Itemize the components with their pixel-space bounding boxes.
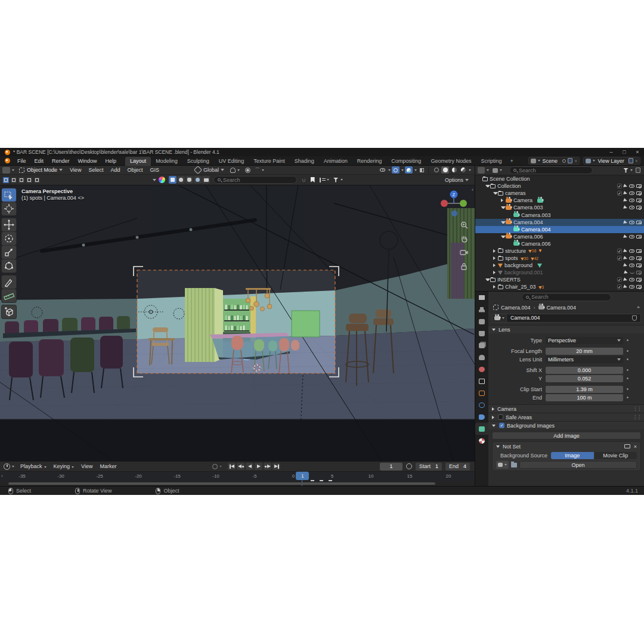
selectable-icon[interactable]: [623, 206, 628, 210]
shading-wireframe-button[interactable]: [432, 166, 440, 174]
minimize-button[interactable]: –: [605, 148, 618, 156]
timeline-scrollbar[interactable]: [8, 482, 435, 485]
next-keyframe-button[interactable]: [264, 463, 271, 470]
selectable-icon[interactable]: [623, 285, 628, 290]
timeline-editor-type-icon[interactable]: [4, 463, 10, 470]
folder-icon[interactable]: [511, 463, 517, 467]
scene-selector[interactable]: Scene ×: [528, 157, 580, 165]
type-field[interactable]: Perspective: [546, 337, 623, 344]
outliner-row[interactable]: background.001: [475, 269, 644, 276]
visibility-checkbox[interactable]: ✓: [617, 249, 622, 253]
monitor-icon[interactable]: [624, 444, 630, 448]
visibility-checkbox[interactable]: ✓: [617, 284, 622, 289]
link-icon[interactable]: ∪: [302, 177, 306, 183]
select-mode-extend[interactable]: [10, 177, 17, 184]
end-field[interactable]: 100 m: [546, 394, 623, 401]
viewport-menu-select[interactable]: Select: [85, 167, 107, 173]
animate-property-dot[interactable]: [627, 350, 628, 352]
hide-eye-closed-icon[interactable]: [630, 271, 634, 274]
pan-hand-icon[interactable]: [459, 234, 469, 243]
add-image-button[interactable]: Add Image: [492, 432, 641, 439]
render-visibility-icon[interactable]: [636, 191, 642, 195]
hide-eye-icon[interactable]: [629, 264, 634, 267]
selectable-icon[interactable]: [623, 234, 628, 239]
selectable-icon[interactable]: [623, 184, 628, 188]
select-mode-subtract[interactable]: [18, 177, 25, 184]
source-option-movie-clip[interactable]: Movie Clip: [595, 452, 637, 459]
render-visibility-icon[interactable]: [636, 249, 642, 253]
properties-editor-type-icon[interactable]: [475, 292, 488, 304]
datablock-menu[interactable]: [492, 314, 507, 323]
properties-tab-scene[interactable]: [475, 351, 488, 363]
tab-shading[interactable]: Shading: [290, 157, 319, 166]
outliner-row[interactable]: background: [475, 262, 644, 269]
animate-property-dot[interactable]: [627, 388, 628, 390]
zoom-icon[interactable]: [459, 220, 469, 230]
lens-panel-header[interactable]: Lens: [488, 325, 644, 333]
visibility-checkbox[interactable]: ✓: [617, 184, 622, 188]
blender-menu-icon[interactable]: [5, 158, 10, 163]
open-button[interactable]: Open: [519, 461, 637, 469]
outliner-row[interactable]: INSERTS✓: [475, 276, 644, 283]
properties-tab-render[interactable]: [475, 315, 488, 327]
tab-texture-paint[interactable]: Texture Paint: [249, 157, 290, 166]
maximize-button[interactable]: □: [618, 148, 631, 156]
tab-rendering[interactable]: Rendering: [352, 157, 387, 166]
background-image-item-header[interactable]: Not Set ×: [493, 442, 640, 451]
outliner-search-input[interactable]: Search: [509, 166, 593, 174]
tool-transform[interactable]: [2, 259, 16, 273]
hide-eye-icon[interactable]: [629, 221, 634, 224]
tool-cursor[interactable]: [2, 202, 16, 215]
menu-help[interactable]: Help: [101, 156, 121, 166]
hide-eye-icon[interactable]: [629, 206, 634, 209]
image-source-button[interactable]: [169, 176, 177, 184]
selectable-icon[interactable]: [623, 198, 628, 203]
outliner-row[interactable]: Camera: [475, 197, 644, 204]
hand-tool-button[interactable]: [185, 176, 193, 184]
timeline-menu-view[interactable]: View: [78, 463, 96, 469]
visibility-toggle[interactable]: [379, 166, 386, 174]
expand-arrow[interactable]: [501, 199, 506, 202]
jump-to-end-button[interactable]: [273, 463, 280, 470]
animate-property-dot[interactable]: [627, 339, 628, 341]
properties-tab-object[interactable]: [475, 387, 488, 399]
background-images-panel-header[interactable]: ✓ Background Images: [488, 421, 644, 429]
camera-panel-header[interactable]: Camera ⋮⋮: [488, 404, 644, 413]
outliner-row[interactable]: spots3042✓: [475, 255, 644, 262]
outliner-row[interactable]: Camera.006: [475, 240, 644, 247]
outliner-row[interactable]: Camera.004: [475, 219, 644, 226]
wall-picture[interactable]: [292, 311, 320, 337]
hide-eye-icon[interactable]: [629, 285, 634, 289]
viewport-3d[interactable]: Camera Perspective (1) spots | Camera.00…: [0, 185, 475, 461]
lens-unit-field[interactable]: Millimeters: [546, 356, 623, 363]
navigation-gizmo[interactable]: Z: [440, 189, 470, 219]
outliner-row[interactable]: Scene Collection: [475, 175, 644, 182]
properties-tab-physics[interactable]: [475, 399, 488, 411]
y-field[interactable]: 0.052: [546, 375, 623, 382]
properties-tab-tool[interactable]: [475, 304, 488, 315]
auto-keying-icon[interactable]: [212, 464, 218, 469]
filter-icon[interactable]: [333, 178, 339, 182]
clip-start-field[interactable]: 1.39 m: [546, 386, 623, 393]
expand-arrow[interactable]: [493, 271, 498, 274]
outliner-row[interactable]: Camera.003: [475, 204, 644, 211]
properties-tab-object-data[interactable]: [475, 423, 488, 435]
outliner-row[interactable]: Camera.004: [475, 226, 644, 233]
view-layer-selector[interactable]: View Layer ×: [583, 157, 640, 165]
expand-arrow[interactable]: [493, 256, 498, 260]
snap-magnet-icon[interactable]: [230, 168, 236, 173]
menu-window[interactable]: Window: [74, 156, 101, 166]
hide-eye-icon[interactable]: [629, 199, 634, 202]
render-visibility-icon[interactable]: [636, 285, 642, 289]
properties-tab-output[interactable]: [475, 327, 488, 339]
selectable-icon[interactable]: [624, 270, 628, 275]
properties-tab-collection[interactable]: [475, 375, 488, 387]
shading-solid-button[interactable]: [441, 166, 449, 174]
tab-animation[interactable]: Animation: [319, 157, 352, 166]
add-workspace-button[interactable]: +: [506, 158, 516, 164]
hide-eye-icon[interactable]: [629, 191, 634, 195]
animate-property-dot[interactable]: [627, 377, 628, 379]
material-ball-button[interactable]: [194, 176, 202, 184]
breadcrumb-data[interactable]: Camera.004: [547, 305, 577, 311]
camera-view-icon[interactable]: [459, 247, 469, 257]
